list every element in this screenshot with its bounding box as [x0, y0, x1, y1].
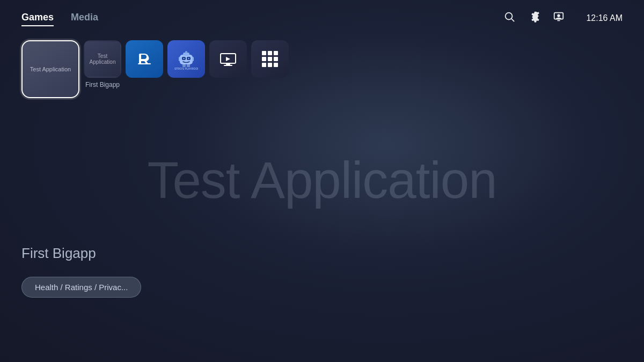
svg-point-15 — [183, 58, 185, 60]
nav-tabs: Games Media — [21, 10, 503, 26]
app-tile-first-bigapp[interactable]: Test Application First Bigapp — [84, 40, 121, 88]
app-row: Test Application Test Application First … — [0, 36, 644, 102]
svg-rect-20 — [224, 65, 232, 66]
app-tile-ps-store[interactable] — [126, 40, 163, 78]
tile-test-application-label: Test Application — [28, 63, 73, 75]
bottom-info: First Bigapp Health / Ratings / Privac..… — [21, 245, 141, 298]
app-tile-all-games[interactable] — [251, 40, 289, 78]
tile-remote-play-icon[interactable] — [209, 40, 247, 78]
svg-rect-5 — [138, 63, 151, 64]
clock: 12:16 AM — [586, 13, 623, 23]
grid-icon — [262, 51, 278, 67]
featured-subtitle: First Bigapp — [21, 245, 141, 262]
tile-ps-store-icon[interactable] — [126, 40, 163, 78]
settings-icon[interactable] — [528, 11, 540, 25]
app-tile-astro-playroom[interactable]: ASTRO'S PLAYROOM — [167, 40, 205, 78]
tab-games[interactable]: Games — [21, 10, 54, 26]
health-ratings-button[interactable]: Health / Ratings / Privac... — [21, 277, 141, 298]
top-navigation: Games Media 12:16 AM — [0, 0, 644, 36]
tile-first-bigapp-sublabel: Test Application — [87, 53, 118, 65]
svg-text:ASTRO'S PLAYROOM: ASTRO'S PLAYROOM — [174, 67, 198, 70]
svg-rect-4 — [558, 20, 561, 21]
user-icon[interactable] — [553, 11, 565, 25]
app-tile-remote-play[interactable] — [209, 40, 247, 78]
featured-bg-title: Test Application — [147, 150, 496, 209]
tile-first-bigapp-icon[interactable]: Test Application — [84, 40, 121, 78]
app-tile-test-application[interactable]: Test Application — [21, 40, 79, 98]
tile-astro-playroom-icon[interactable]: ASTRO'S PLAYROOM — [167, 40, 205, 78]
svg-rect-10 — [185, 51, 187, 53]
svg-point-3 — [558, 14, 561, 17]
tab-media[interactable]: Media — [71, 10, 98, 26]
svg-point-0 — [506, 13, 513, 20]
svg-point-16 — [188, 58, 189, 60]
tile-first-bigapp-label: First Bigapp — [85, 81, 120, 88]
svg-rect-12 — [192, 57, 194, 61]
search-icon[interactable] — [503, 11, 515, 25]
svg-rect-6 — [180, 55, 193, 64]
nav-icon-group: 12:16 AM — [503, 11, 623, 25]
svg-rect-11 — [179, 57, 180, 61]
svg-line-1 — [512, 19, 515, 21]
tile-all-games-icon[interactable] — [251, 40, 289, 78]
tile-test-application-icon[interactable]: Test Application — [21, 40, 79, 98]
svg-rect-19 — [226, 63, 230, 65]
svg-marker-21 — [226, 57, 230, 61]
